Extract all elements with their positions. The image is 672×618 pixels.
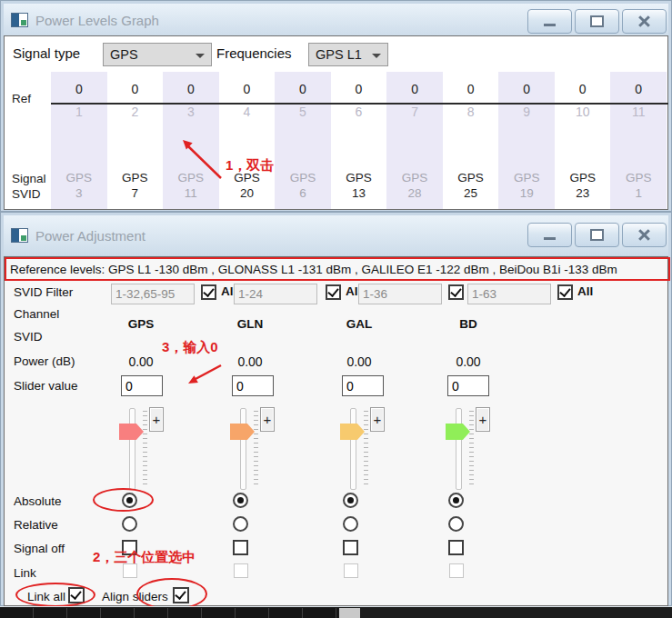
- link-label: Link: [14, 566, 36, 580]
- slider-value-input-bd[interactable]: [447, 375, 489, 396]
- annotation-arrow-double-click: [176, 135, 228, 184]
- strip-segments: [0, 608, 338, 618]
- slider-ticks-gps: [143, 411, 147, 485]
- graph-column[interactable]: 08GPS25: [443, 72, 499, 209]
- svid-filter-input-bd[interactable]: [467, 284, 551, 304]
- link-checkbox-gln[interactable]: [234, 563, 248, 578]
- slider-plus-button-gps[interactable]: +: [149, 407, 164, 432]
- slider-value-input-gps[interactable]: [121, 375, 163, 396]
- relative-label: Relative: [14, 518, 58, 532]
- link-checkbox-gal[interactable]: [344, 563, 358, 578]
- strip-light-block: [339, 608, 360, 618]
- slider-value-input-gln[interactable]: [232, 375, 274, 396]
- slider-ticks-gln: [254, 411, 258, 485]
- svid-filter-input-gln[interactable]: [234, 284, 317, 304]
- slider-handle-bd[interactable]: [446, 424, 470, 440]
- plus-icon: +: [479, 412, 487, 427]
- absolute-radio-gln[interactable]: [233, 493, 248, 508]
- svid-value: 28: [386, 186, 443, 200]
- graph-column[interactable]: 07GPS28: [386, 72, 443, 209]
- svid-filter-all-checkbox-gps[interactable]: [201, 284, 216, 300]
- annotation-ellipse-absolute: [93, 488, 154, 512]
- title-bar[interactable]: Power Adjustment: [4, 215, 668, 255]
- strip-right: [361, 608, 672, 618]
- frequencies-dropdown[interactable]: GPS L1: [308, 43, 388, 66]
- svid-value: 3: [51, 186, 107, 200]
- column-number: 8: [443, 105, 499, 119]
- slider-value-input-gal[interactable]: [342, 375, 384, 396]
- svid-label: SVID: [12, 187, 41, 201]
- column-number: 3: [163, 105, 219, 119]
- relative-radio-gal[interactable]: [343, 516, 358, 532]
- power-value-gps: 0.00: [114, 354, 168, 369]
- chevron-down-icon: [196, 54, 205, 58]
- ref-value: 0: [555, 82, 611, 96]
- column-number: 1: [51, 105, 107, 119]
- close-button[interactable]: [622, 223, 667, 247]
- slider-plus-button-bd[interactable]: +: [476, 407, 490, 432]
- slider-track-bd[interactable]: [456, 408, 462, 490]
- slider-plus-button-gln[interactable]: +: [260, 407, 275, 432]
- svid-value: 11: [163, 186, 219, 200]
- slider-plus-button-gal[interactable]: +: [370, 407, 385, 432]
- graph-column[interactable]: 011GPS1: [610, 72, 667, 209]
- power-adjustment-window: Power Adjustment Reference levels: GPS L…: [0, 212, 672, 606]
- title-bar[interactable]: Power Levels Graph: [4, 4, 668, 36]
- signal-off-checkbox-bd[interactable]: [448, 540, 464, 555]
- slider-track-gps[interactable]: [129, 408, 135, 490]
- link-checkbox-gps[interactable]: [123, 563, 137, 578]
- svid-filter-all-checkbox-gal[interactable]: [448, 284, 464, 300]
- channel-header-gps: GPS: [114, 317, 168, 331]
- slider-ticks-gal: [364, 411, 368, 485]
- annotation-ellipse-link-all: [15, 583, 95, 607]
- relative-radio-bd[interactable]: [448, 516, 464, 532]
- ref-value: 0: [331, 82, 387, 96]
- minimize-button[interactable]: [527, 9, 572, 34]
- svid-filter-input-gps[interactable]: [111, 284, 195, 304]
- absolute-radio-gal[interactable]: [343, 493, 358, 508]
- signal-name: GPS: [107, 171, 164, 184]
- annotation-double-click: 1，双击: [226, 157, 274, 174]
- maximize-button[interactable]: [575, 9, 619, 34]
- link-checkbox-bd[interactable]: [449, 563, 464, 578]
- signal-type-dropdown[interactable]: GPS: [103, 43, 212, 66]
- relative-radio-gps[interactable]: [122, 516, 137, 532]
- graph-column[interactable]: 02GPS7: [107, 72, 164, 209]
- column-number: 9: [498, 105, 555, 119]
- signal-name: GPS: [610, 171, 667, 184]
- graph-column[interactable]: 09GPS19: [498, 72, 555, 209]
- slider-handle-gps[interactable]: [119, 424, 144, 440]
- slider-handle-gal[interactable]: [340, 424, 365, 440]
- svid-row-label: SVID: [14, 330, 43, 344]
- signal-name: GPS: [275, 171, 331, 184]
- slider-track-gal[interactable]: [350, 408, 356, 490]
- graph-column[interactable]: 01GPS3: [51, 72, 107, 209]
- signal-name: GPS: [443, 171, 499, 184]
- graph-column[interactable]: 06GPS13: [331, 72, 387, 209]
- channel-header-gal: GAL: [332, 317, 386, 331]
- signal-name: GPS: [386, 171, 443, 184]
- absolute-radio-bd[interactable]: [448, 493, 464, 508]
- svid-filter-all-checkbox-gln[interactable]: [326, 284, 341, 300]
- power-label: Power (dB): [14, 354, 75, 368]
- slider-track-gln[interactable]: [240, 408, 246, 490]
- signal-off-checkbox-gal[interactable]: [343, 540, 358, 555]
- svid-value: 25: [443, 186, 499, 200]
- minimize-button[interactable]: [527, 223, 572, 247]
- slider-handle-gln[interactable]: [230, 424, 255, 440]
- maximize-button[interactable]: [575, 223, 619, 247]
- app-icon: [11, 13, 28, 27]
- svid-filter-all-checkbox-bd[interactable]: [557, 284, 573, 300]
- ref-value: 0: [275, 82, 331, 96]
- graph-column[interactable]: 010GPS23: [555, 72, 611, 209]
- slider-ticks-bd: [469, 411, 474, 485]
- ref-label: Ref: [12, 92, 31, 105]
- close-button[interactable]: [622, 9, 667, 34]
- app-icon: [11, 228, 28, 243]
- relative-radio-gln[interactable]: [233, 516, 248, 532]
- graph-column[interactable]: 05GPS6: [275, 72, 331, 209]
- svid-filter-input-gal[interactable]: [358, 284, 442, 304]
- minimize-icon: [544, 237, 556, 240]
- signal-off-checkbox-gln[interactable]: [233, 540, 248, 555]
- annotation-three-selected: 2，三个位置选中: [93, 549, 196, 566]
